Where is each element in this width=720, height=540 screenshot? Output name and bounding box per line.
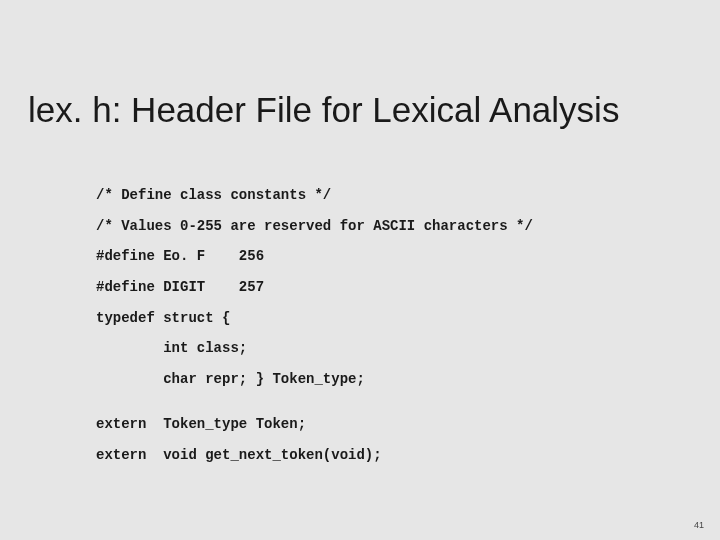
code-block: /* Define class constants */ /* Values 0…	[96, 188, 533, 478]
code-line: /* Values 0-255 are reserved for ASCII c…	[96, 219, 533, 234]
slide: lex. h: Header File for Lexical Analysis…	[0, 0, 720, 540]
page-number: 41	[694, 520, 704, 530]
code-line: extern void get_next_token(void);	[96, 448, 533, 463]
code-line: char repr; } Token_type;	[96, 372, 533, 387]
code-line: int class;	[96, 341, 533, 356]
code-line: typedef struct {	[96, 311, 533, 326]
code-line: extern Token_type Token;	[96, 417, 533, 432]
code-line: /* Define class constants */	[96, 188, 533, 203]
slide-title: lex. h: Header File for Lexical Analysis	[28, 90, 692, 130]
code-line: #define Eo. F 256	[96, 249, 533, 264]
code-line: #define DIGIT 257	[96, 280, 533, 295]
